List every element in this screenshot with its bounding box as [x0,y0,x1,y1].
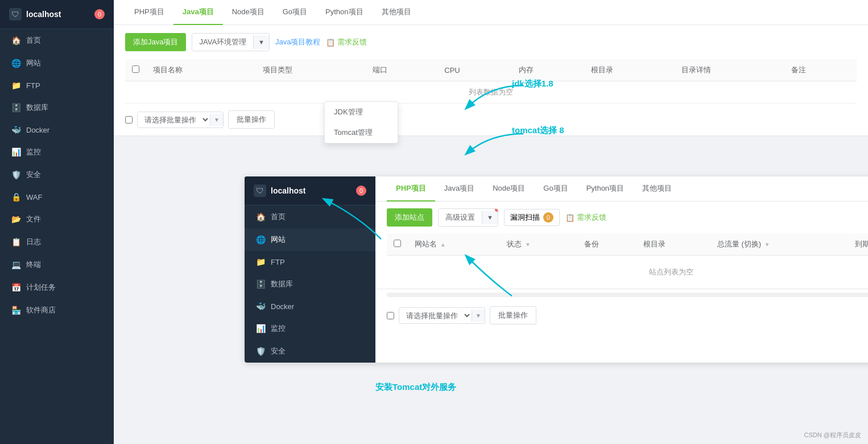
add-java-project-button[interactable]: 添加Java项目 [125,33,186,51]
col-expire-time: 到期时间 ▼ [848,233,868,256]
sidebar-item-security[interactable]: 🛡️ 安全 [0,163,114,186]
bottom-sidebar-badge: 0 [356,186,366,196]
globe-icon: 🌐 [256,235,265,244]
settings-notification-dot [495,208,498,212]
horizontal-scrollbar[interactable] [387,293,868,297]
sidebar-item-label: 安全 [26,170,41,180]
sidebar-item-store[interactable]: 🏪 软件商店 [0,299,114,322]
table-scrollbar-wrap[interactable] [375,289,868,301]
add-site-button[interactable]: 添加站点 [387,208,432,227]
col-port: 端口 [366,59,438,81]
site-select-all[interactable] [394,240,401,247]
bottom-feedback-link[interactable]: 📋 需求反馈 [565,212,606,223]
env-management-dropdown[interactable]: JAVA环境管理 ▼ [192,33,269,51]
batch-action-button[interactable]: 批量操作 [228,110,275,129]
tab-php[interactable]: PHP项目 [125,0,173,25]
sidebar-item-database[interactable]: 🗄️ 数据库 [0,96,114,119]
bottom-sidebar-monitor[interactable]: 📊 监控 [245,317,375,340]
sidebar-item-ftp[interactable]: 📁 FTP [0,75,114,96]
col-project-name: 项目名称 [146,59,256,81]
java-tutorial-link[interactable]: Java项目教程 [275,37,320,47]
empty-table-text: 列表数据为空 [125,81,857,104]
feedback-label: 需求反馈 [577,212,606,223]
sidebar-item-docker[interactable]: 🐳 Docker [0,119,114,141]
chevron-down-icon[interactable]: ▼ [482,211,498,224]
sidebar-item-website[interactable]: 🌐 网站 [0,52,114,75]
ftp-icon: 📁 [256,257,265,266]
bottom-tab-other[interactable]: 其他项目 [633,176,681,202]
tab-java[interactable]: Java项目 [173,0,223,25]
jdk-management-item[interactable]: JDK管理 [325,102,398,122]
tab-other[interactable]: 其他项目 [373,0,420,25]
bottom-sidebar-docker[interactable]: 🐳 Docker [245,295,375,317]
sidebar-label: 监控 [271,323,286,334]
main-content: PHP项目 Java项目 Node项目 Go项目 Python项目 其他项目 添… [114,0,868,444]
security-icon: 🛡️ [256,347,265,356]
sidebar-item-home[interactable]: 🏠 首页 [0,29,114,52]
site-batch-select[interactable]: 请选择批量操作 [399,308,472,323]
env-management-menu: JDK管理 Tomcat管理 [324,101,398,143]
bottom-sidebar-database[interactable]: 🗄️ 数据库 [245,273,375,295]
site-batch-select-wrap[interactable]: 请选择批量操作 ▼ [399,307,485,324]
sort-icon: ▼ [764,241,770,248]
bottom-sidebar-ftp[interactable]: 📁 FTP [245,251,375,273]
select-all-checkbox[interactable] [132,65,139,73]
database-icon: 🗄️ [256,279,265,289]
sidebar-item-label: 终端 [26,260,41,270]
col-cpu: CPU [437,59,511,81]
site-batch-checkbox[interactable] [387,312,394,319]
vuln-scan-button[interactable]: 漏洞扫描 0 [504,209,560,226]
col-dir-detail: 目录详情 [675,59,784,81]
site-batch-action-button[interactable]: 批量操作 [490,306,536,324]
advanced-settings-label: 高级设置 [439,209,482,226]
sidebar-label: FTP [271,258,285,266]
sidebar-item-label: 监控 [26,147,41,157]
website-batch-bar: 请选择批量操作 ▼ 批量操作 [375,301,868,330]
project-tabs: PHP项目 Java项目 Node项目 Go项目 Python项目 其他项目 [114,0,868,25]
bottom-tab-go[interactable]: Go项目 [534,176,577,202]
sidebar-label: 数据库 [271,279,293,289]
java-batch-bar: 请选择批量操作 ▼ 批量操作 [114,104,868,135]
sidebar-item-label: FTP [26,81,40,90]
vuln-count-badge: 0 [543,212,553,223]
batch-select-arrow-icon: ▼ [210,114,223,126]
advanced-settings-dropdown[interactable]: 高级设置 ▼ [438,208,498,227]
tab-go[interactable]: Go项目 [274,0,316,25]
bottom-sidebar-website[interactable]: 🌐 网站 [245,228,375,251]
tomcat-management-item[interactable]: Tomcat管理 [325,122,398,143]
security-icon: 🛡️ [11,170,20,179]
bottom-tab-node[interactable]: Node项目 [483,176,534,202]
sidebar-item-label: Docker [26,126,49,134]
batch-select[interactable]: 请选择批量操作 [138,112,210,128]
batch-select-wrap[interactable]: 请选择批量操作 ▼ [137,112,224,128]
sidebar-item-monitor[interactable]: 📊 监控 [0,141,114,163]
bottom-sidebar-logo: 🛡 [254,184,266,197]
website-table: 网站名 ▲ 状态 ▼ 备份 根目录 总流量 (切换) ▼ [387,233,868,289]
bottom-tab-java[interactable]: Java项目 [435,176,483,202]
bottom-sidebar-home[interactable]: 🏠 首页 [245,205,375,228]
sidebar-item-logs[interactable]: 📋 日志 [0,231,114,253]
sidebar-item-terminal[interactable]: 💻 终端 [0,253,114,276]
sidebar-item-cron[interactable]: 📅 计划任务 [0,276,114,299]
chevron-down-icon[interactable]: ▼ [253,35,269,49]
sidebar-label: 网站 [271,235,286,245]
bottom-sidebar-security[interactable]: 🛡️ 安全 [245,340,375,363]
vuln-scan-label: 漏洞扫描 [510,212,540,223]
csdn-author: @程序员皮皮 [824,431,861,438]
logs-icon: 📋 [11,237,20,246]
home-icon: 🏠 [256,212,265,221]
sidebar-item-files[interactable]: 📂 文件 [0,208,114,231]
bottom-tab-python[interactable]: Python项目 [577,176,633,202]
left-sidebar: 🛡 localhost 0 🏠 首页 🌐 网站 📁 FTP 🗄️ 数据库 🐳 D… [0,0,114,444]
batch-checkbox[interactable] [125,116,133,124]
globe-icon: 🌐 [11,59,20,68]
sidebar-logo-icon: 🛡 [9,8,22,20]
tab-node[interactable]: Node项目 [223,0,274,25]
sidebar-item-label: 数据库 [26,102,48,113]
sidebar-item-waf[interactable]: 🔒 WAF [0,186,114,208]
sidebar-label: Docker [271,302,294,311]
feedback-link[interactable]: 📋 需求反馈 [326,37,367,47]
tab-python[interactable]: Python项目 [316,0,372,25]
bottom-main-content: PHP项目 Java项目 Node项目 Go项目 Python项目 其他项目 添… [375,176,868,363]
bottom-tab-php[interactable]: PHP项目 [387,176,435,202]
